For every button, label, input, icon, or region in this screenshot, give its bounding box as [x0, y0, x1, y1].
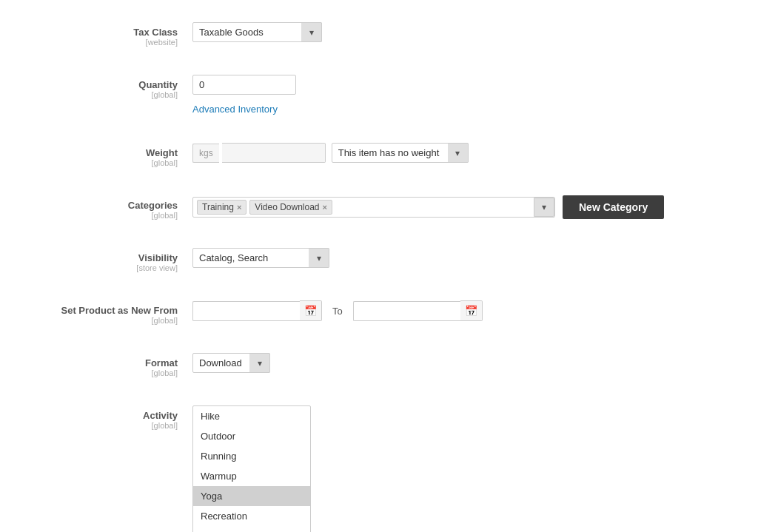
visibility-label: Visibility [30, 252, 178, 263]
quantity-sublabel: [global] [30, 90, 178, 99]
categories-field: Training × Video Download × New Category [192, 195, 728, 219]
categories-tag-input[interactable]: Training × Video Download × [192, 197, 555, 218]
activity-label: Activity [30, 410, 178, 421]
format-field: Download Digital Physical [192, 353, 728, 373]
weight-input-wrapper: kgs [192, 143, 326, 163]
tax-class-sublabel: [website] [30, 38, 178, 47]
tag-training-label: Training [202, 202, 234, 212]
listbox-item[interactable]: Running [193, 446, 310, 466]
categories-label: Categories [30, 200, 178, 211]
visibility-select-wrapper: Catalog, Search Catalog Search Not Visib… [192, 248, 329, 268]
weight-sublabel: [global] [30, 158, 178, 167]
listbox-item[interactable]: Hike [193, 406, 310, 426]
calendar-from-icon: 📅 [304, 305, 317, 317]
categories-dropdown-arrow[interactable] [534, 198, 554, 217]
calendar-from-button[interactable]: 📅 [300, 300, 322, 321]
visibility-row: Visibility [store view] Catalog, Search … [30, 240, 728, 272]
tax-class-field: Taxable Goods None [192, 22, 728, 42]
tag-video-download: Video Download × [249, 200, 332, 215]
weight-unit-label: kgs [192, 144, 219, 163]
format-select-wrapper: Download Digital Physical [192, 353, 270, 373]
quantity-label-col: Quantity [global] [30, 75, 192, 99]
date-to-input[interactable] [353, 301, 460, 321]
new-from-row: Set Product as New From [global] 📅 To 📅 [30, 293, 728, 325]
activity-listbox[interactable]: HikeOutdoorRunningWarmupYogaRecreation [192, 405, 311, 532]
new-category-button[interactable]: New Category [563, 195, 664, 219]
format-sublabel: [global] [30, 368, 178, 377]
weight-type-select[interactable]: This item has no weight Has weight [332, 143, 469, 163]
tax-class-select[interactable]: Taxable Goods None [192, 22, 322, 42]
tag-video-download-label: Video Download [255, 202, 319, 212]
tag-training: Training × [197, 200, 246, 215]
listbox-item[interactable]: Recreation [193, 506, 310, 526]
weight-row: Weight [global] kgs This item has no wei… [30, 135, 728, 167]
categories-sublabel: [global] [30, 211, 178, 220]
quantity-row: Quantity [global] Advanced Inventory [30, 67, 728, 115]
form-container: Tax Class [website] Taxable Goods None Q… [0, 0, 758, 532]
categories-row: Categories [global] Training × Video Dow… [30, 188, 728, 220]
new-from-label-col: Set Product as New From [global] [30, 300, 192, 325]
new-from-label: Set Product as New From [30, 305, 178, 316]
quantity-field: Advanced Inventory [192, 75, 728, 115]
tax-class-select-wrapper: Taxable Goods None [192, 22, 322, 42]
calendar-to-button[interactable]: 📅 [460, 300, 483, 321]
weight-label: Weight [30, 147, 178, 158]
weight-label-col: Weight [global] [30, 143, 192, 167]
listbox-item[interactable]: Outdoor [193, 426, 310, 446]
activity-label-col: Activity [global] [30, 405, 192, 430]
categories-label-col: Categories [global] [30, 195, 192, 220]
listbox-item[interactable]: Warmup [193, 466, 310, 486]
format-label: Format [30, 357, 178, 368]
weight-value-input[interactable] [222, 143, 326, 163]
new-from-field: 📅 To 📅 [192, 300, 728, 321]
categories-row-wrapper: Training × Video Download × New Category [192, 195, 664, 219]
date-from-input[interactable] [192, 301, 300, 321]
quantity-label: Quantity [30, 79, 178, 90]
format-label-col: Format [global] [30, 353, 192, 377]
activity-row: Activity [global] HikeOutdoorRunningWarm… [30, 398, 728, 532]
weight-type-select-wrapper: This item has no weight Has weight [332, 143, 469, 163]
quantity-input[interactable] [192, 75, 296, 95]
tax-class-row: Tax Class [website] Taxable Goods None [30, 15, 728, 47]
activity-sublabel: [global] [30, 421, 178, 430]
activity-field: HikeOutdoorRunningWarmupYogaRecreation [192, 405, 728, 532]
date-from-wrapper: 📅 [192, 300, 322, 321]
visibility-sublabel: [store view] [30, 263, 178, 272]
tax-class-label: Tax Class [30, 27, 178, 38]
advanced-inventory-link[interactable]: Advanced Inventory [192, 104, 278, 115]
visibility-field: Catalog, Search Catalog Search Not Visib… [192, 248, 728, 268]
to-label: To [332, 306, 343, 317]
new-from-sublabel: [global] [30, 316, 178, 325]
format-select[interactable]: Download Digital Physical [192, 353, 270, 373]
tax-class-label-col: Tax Class [website] [30, 22, 192, 47]
tag-training-close[interactable]: × [237, 203, 241, 212]
listbox-item[interactable]: Yoga [193, 486, 310, 506]
calendar-to-icon: 📅 [465, 305, 477, 317]
visibility-select[interactable]: Catalog, Search Catalog Search Not Visib… [192, 248, 329, 268]
visibility-label-col: Visibility [store view] [30, 248, 192, 272]
tag-video-download-close[interactable]: × [323, 203, 327, 212]
date-to-wrapper: 📅 [353, 300, 483, 321]
weight-field: kgs This item has no weight Has weight [192, 143, 728, 163]
format-row: Format [global] Download Digital Physica… [30, 346, 728, 377]
